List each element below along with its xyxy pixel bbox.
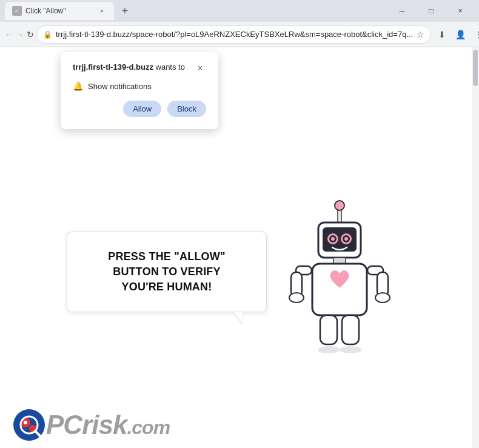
main-message: PRESS THE "ALLOW" BUTTON TO VERIFY YOU'R…: [87, 249, 247, 295]
window-controls: ─ □ ×: [388, 2, 474, 20]
popup-header: trrjj.first-tl-139-d.buzz wants to ×: [73, 62, 206, 74]
allow-button[interactable]: Allow: [123, 101, 161, 117]
svg-point-20: [318, 346, 340, 353]
svg-point-25: [24, 421, 27, 424]
minimize-button[interactable]: ─: [388, 2, 416, 20]
svg-point-0: [335, 201, 344, 210]
svg-point-9: [344, 237, 348, 241]
svg-point-6: [331, 237, 335, 241]
svg-point-21: [340, 346, 361, 353]
tab-close-button[interactable]: ×: [97, 6, 107, 16]
bell-icon: 🔔: [73, 81, 83, 91]
main-text-line2: YOU'RE HUMAN!: [122, 281, 212, 293]
nav-actions: ⬇ 👤 ⋮: [434, 26, 479, 43]
url-text: trrjj.first-tl-139-d.buzz/space-robot/?p…: [56, 30, 413, 39]
robot-illustration: [279, 199, 412, 369]
logo-icon: [12, 408, 46, 442]
maximize-button[interactable]: □: [417, 2, 445, 20]
logo-com: .com: [127, 416, 170, 438]
navigation-bar: ← → ↻ 🔒 trrjj.first-tl-139-d.buzz/space-…: [0, 22, 479, 47]
logo-text: PCrisk.com: [46, 410, 170, 440]
address-bar[interactable]: 🔒 trrjj.first-tl-139-d.buzz/space-robot/…: [36, 25, 431, 44]
back-button[interactable]: ←: [5, 26, 13, 43]
notification-popup: trrjj.first-tl-139-d.buzz wants to × 🔔 S…: [61, 52, 218, 129]
svg-rect-1: [338, 210, 341, 222]
window-close-button[interactable]: ×: [446, 2, 474, 20]
title-bar: ✓ Click "Allow" × + ─ □ ×: [0, 0, 479, 22]
main-text-line1: PRESS THE "ALLOW" BUTTON TO VERIFY: [108, 250, 225, 278]
svg-rect-11: [312, 264, 367, 315]
download-button[interactable]: ⬇: [434, 26, 451, 43]
refresh-button[interactable]: ↻: [27, 26, 34, 43]
popup-wants-to: wants to: [153, 62, 185, 72]
lock-icon: 🔒: [43, 30, 52, 39]
popup-title: trrjj.first-tl-139-d.buzz wants to: [73, 62, 185, 73]
account-button[interactable]: 👤: [452, 26, 469, 43]
main-content-area: PRESS THE "ALLOW" BUTTON TO VERIFY YOU'R…: [0, 132, 479, 412]
browser-tab[interactable]: ✓ Click "Allow" ×: [5, 2, 114, 20]
tab-favicon: ✓: [12, 6, 22, 16]
svg-point-17: [375, 293, 390, 303]
speech-bubble: PRESS THE "ALLOW" BUTTON TO VERIFY YOU'R…: [67, 232, 267, 313]
forward-button[interactable]: →: [16, 26, 24, 43]
popup-notification-row: 🔔 Show notifications: [73, 81, 206, 91]
popup-site-name: trrjj.first-tl-139-d.buzz: [73, 62, 153, 72]
block-button[interactable]: Block: [167, 101, 206, 117]
logo-area: PCrisk.com: [12, 408, 170, 442]
tab-title: Click "Allow": [25, 7, 93, 15]
popup-close-button[interactable]: ×: [194, 62, 206, 74]
scrollbar-thumb[interactable]: [473, 50, 478, 86]
logo-pc: PC: [46, 410, 82, 440]
svg-point-14: [289, 293, 304, 303]
logo-risk: risk: [82, 410, 127, 440]
svg-rect-18: [320, 315, 337, 344]
svg-rect-19: [342, 315, 359, 344]
menu-button[interactable]: ⋮: [470, 26, 479, 43]
bookmark-icon[interactable]: ☆: [417, 30, 424, 39]
speech-bubble-container: PRESS THE "ALLOW" BUTTON TO VERIFY YOU'R…: [67, 232, 267, 313]
robot-svg: [279, 199, 400, 363]
browser-content: trrjj.first-tl-139-d.buzz wants to × 🔔 S…: [0, 47, 479, 448]
tab-area: ✓ Click "Allow" × +: [5, 2, 133, 20]
popup-buttons: Allow Block: [73, 101, 206, 117]
popup-notification-text: Show notifications: [88, 82, 152, 91]
scrollbar[interactable]: [472, 47, 479, 448]
new-tab-button[interactable]: +: [116, 2, 133, 19]
